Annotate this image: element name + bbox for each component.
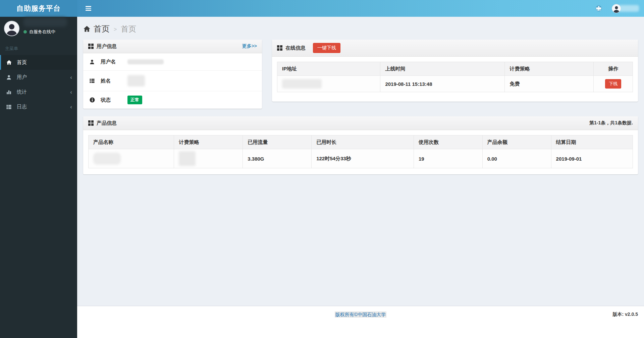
breadcrumb-page[interactable]: 首页 <box>94 23 110 34</box>
product-info-body: 产品名称 计费策略 已用流量 已用时长 使用次数 产品余额 结算日期 <box>83 130 638 174</box>
ip-value-redacted <box>282 79 322 89</box>
online-table-row: 2019-08-11 15:13:48 免费 下线 <box>277 76 633 92</box>
cell-used-traffic: 3.380G <box>243 149 312 168</box>
grid-icon <box>277 45 282 51</box>
chevron-left-icon: ‹ <box>70 89 72 95</box>
username-label: 用户名 <box>101 59 127 65</box>
user-info-row-name: 姓名 <box>83 71 262 91</box>
user-info-header: 用户信息 更多>> <box>83 40 262 53</box>
user-info-title: 用户信息 <box>97 43 117 50</box>
copyright-link[interactable]: 版权所有©中国石油大学 <box>335 312 386 318</box>
user-icon <box>89 59 96 65</box>
product-info-title: 产品信息 <box>97 120 117 126</box>
cell-product-name <box>89 149 174 168</box>
sidebar-item-home[interactable]: 首页 <box>0 55 77 70</box>
app-logo[interactable]: 自助服务平台 <box>0 0 77 17</box>
info-icon <box>89 97 96 103</box>
policy-redacted <box>179 151 196 166</box>
app-title: 自助服务平台 <box>16 4 61 13</box>
online-dot-icon <box>23 30 27 34</box>
cell-used-time: 122时54分33秒 <box>312 149 414 168</box>
cell-policy: 免费 <box>505 76 594 92</box>
user-icon <box>6 74 13 80</box>
globe-icon[interactable] <box>595 5 602 12</box>
breadcrumb: 首页 > 首页 <box>77 17 644 40</box>
hamburger-icon[interactable] <box>82 0 97 17</box>
col-action: 操作 <box>594 62 633 76</box>
online-table: IP地址 上线时间 计费策略 操作 2019-08-1 <box>277 62 633 92</box>
footer: 版权所有©中国石油大学 版本: v2.0.5 <box>77 306 644 338</box>
name-value-redacted <box>127 75 145 87</box>
user-info-row-username: 用户名 <box>83 53 262 71</box>
product-table-header-row: 产品名称 计费策略 已用流量 已用时长 使用次数 产品余额 结算日期 <box>89 135 633 149</box>
col-online-time: 上线时间 <box>380 62 505 76</box>
col-use-count: 使用次数 <box>414 135 482 149</box>
version-label: 版本: v2.0.5 <box>613 312 638 318</box>
sidebar-status-label: 自服务在线中 <box>29 29 55 35</box>
offline-button[interactable]: 下线 <box>605 79 621 89</box>
sidebar-item-label: 统计 <box>17 89 27 95</box>
online-info-title: 在线信息 <box>285 45 306 51</box>
sidebar-item-logs[interactable]: 日志 ‹ <box>0 99 77 114</box>
sidebar-menu: 首页 用户 ‹ 统计 ‹ <box>0 55 77 114</box>
breadcrumb-home-icon <box>83 25 91 33</box>
topbar-user-menu[interactable] <box>612 4 639 13</box>
sidebar-user-panel: 自服务在线中 <box>0 17 77 41</box>
offline-all-button[interactable]: 一键下线 <box>313 43 340 53</box>
col-settle-date: 结算日期 <box>551 135 633 149</box>
cell-billing-policy <box>174 149 243 168</box>
col-billing-policy: 计费策略 <box>174 135 243 149</box>
cell-settle-date: 2019-09-01 <box>551 149 633 168</box>
col-balance: 产品余额 <box>482 135 551 149</box>
list-icon <box>6 104 13 110</box>
topbar: 自助服务平台 <box>0 0 644 17</box>
more-link[interactable]: 更多>> <box>242 43 257 49</box>
col-product-name: 产品名称 <box>89 135 174 149</box>
cell-online-time: 2019-08-11 15:13:48 <box>380 76 505 92</box>
online-info-body: IP地址 上线时间 计费策略 操作 2019-08-1 <box>272 57 638 102</box>
sidebar-username-redacted <box>23 17 67 27</box>
grid-icon <box>88 44 94 49</box>
product-table: 产品名称 计费策略 已用流量 已用时长 使用次数 产品余额 结算日期 <box>88 135 633 168</box>
product-info-header: 产品信息 第1-1条，共1条数据. <box>83 116 638 130</box>
grid-icon <box>88 120 94 126</box>
col-policy: 计费策略 <box>505 62 594 76</box>
sidebar-avatar-icon <box>4 21 19 36</box>
col-used-traffic: 已用流量 <box>243 135 312 149</box>
chevron-left-icon: ‹ <box>70 74 72 80</box>
product-name-redacted <box>93 153 121 165</box>
col-ip: IP地址 <box>277 62 380 76</box>
sidebar-item-stats[interactable]: 统计 ‹ <box>0 84 77 99</box>
home-icon <box>6 59 13 65</box>
sidebar: 自服务在线中 主菜单 首页 用户 ‹ <box>0 17 77 338</box>
sidebar-item-label: 日志 <box>17 104 27 110</box>
list-icon <box>89 78 96 84</box>
user-info-body: 用户名 <box>83 53 262 109</box>
online-info-header: 在线信息 一键下线 <box>272 40 638 57</box>
sidebar-item-label: 用户 <box>17 74 27 80</box>
sidebar-item-label: 首页 <box>17 59 27 66</box>
chevron-left-icon: ‹ <box>70 104 72 110</box>
topbar-username-redacted <box>618 5 639 12</box>
user-info-row-status: 状态 正常 <box>83 91 262 109</box>
product-table-row: 3.380G 122时54分33秒 19 0.00 2019-09-01 <box>89 149 633 168</box>
bar-chart-icon <box>6 89 13 95</box>
navbar <box>77 0 644 17</box>
cell-use-count: 19 <box>414 149 482 168</box>
sidebar-status: 自服务在线中 <box>23 29 67 35</box>
name-label: 姓名 <box>101 78 127 84</box>
cell-action: 下线 <box>594 76 633 92</box>
status-badge: 正常 <box>127 96 142 104</box>
cell-ip <box>277 76 380 92</box>
breadcrumb-separator: > <box>114 25 117 33</box>
username-value-redacted <box>127 59 164 64</box>
status-label: 状态 <box>101 97 127 103</box>
sidebar-item-users[interactable]: 用户 ‹ <box>0 70 77 84</box>
online-table-header-row: IP地址 上线时间 计费策略 操作 <box>277 62 633 76</box>
sidebar-menu-label: 主菜单 <box>0 41 77 55</box>
record-count: 第1-1条，共1条数据. <box>589 120 633 126</box>
user-info-panel: 用户信息 更多>> 用户名 <box>83 40 262 109</box>
online-info-panel: 在线信息 一键下线 IP地址 上线时间 <box>272 40 638 102</box>
cell-balance: 0.00 <box>482 149 551 168</box>
product-info-panel: 产品信息 第1-1条，共1条数据. 产品名称 计费策略 已用流量 已用时长 使用… <box>83 116 638 174</box>
